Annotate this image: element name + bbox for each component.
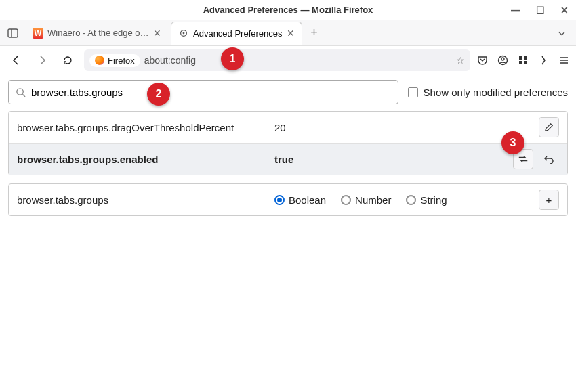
nav-toolbar: Firefox about:config ☆	[0, 46, 576, 74]
maximize-button[interactable]: ☐	[533, 5, 548, 16]
radio-icon	[274, 195, 285, 205]
preference-list: browser.tabs.groups.dragOverThresholdPer…	[8, 111, 568, 175]
firefox-badge: Firefox	[89, 54, 140, 67]
pref-value: 20	[274, 122, 532, 133]
close-button[interactable]: ✕	[557, 5, 572, 16]
search-field[interactable]	[31, 87, 391, 98]
back-button[interactable]	[7, 51, 26, 70]
close-tab-icon[interactable]: ✕	[287, 28, 295, 39]
tabs-overflow-icon[interactable]	[550, 28, 573, 38]
svg-point-5	[501, 58, 504, 60]
gear-icon	[178, 28, 189, 39]
add-button[interactable]: +	[539, 190, 559, 210]
new-pref-name: browser.tabs.groups	[17, 194, 268, 206]
minimize-button[interactable]: —	[508, 5, 523, 16]
tab-label: Advanced Preferences	[193, 28, 283, 39]
reset-button[interactable]	[539, 149, 559, 169]
toolbar-right-icons	[477, 55, 569, 66]
badge-label: Firefox	[108, 56, 135, 66]
tab-strip: W Winaero - At the edge of tw ✕ Advanced…	[0, 20, 576, 46]
forward-button[interactable]	[33, 51, 52, 70]
svg-rect-9	[524, 61, 527, 64]
pref-value: true	[274, 154, 506, 165]
radio-number[interactable]: Number	[341, 194, 391, 206]
address-bar[interactable]: Firefox about:config ☆	[84, 49, 470, 71]
window-title: Advanced Preferences — Mozilla Firefox	[203, 5, 373, 15]
overflow-icon[interactable]	[538, 55, 549, 66]
checkbox-icon[interactable]	[408, 87, 418, 97]
svg-line-11	[22, 94, 25, 97]
search-icon	[16, 87, 26, 97]
title-bar: Advanced Preferences — Mozilla Firefox —…	[0, 0, 576, 20]
tab-winaero[interactable]: W Winaero - At the edge of tw ✕	[26, 22, 168, 45]
preference-search-input[interactable]	[8, 80, 398, 104]
pref-name: browser.tabs.groups.enabled	[17, 154, 268, 165]
svg-rect-7	[524, 56, 527, 60]
pocket-icon[interactable]	[477, 55, 488, 66]
close-tab-icon[interactable]: ✕	[153, 28, 161, 39]
pencil-icon	[544, 123, 554, 132]
svg-rect-0	[8, 29, 18, 37]
svg-rect-6	[519, 56, 522, 60]
svg-rect-8	[519, 61, 522, 64]
sidebar-toggle-icon[interactable]	[3, 23, 23, 43]
preference-row[interactable]: browser.tabs.groups.enabled true	[9, 143, 567, 175]
modified-label: Show only modified preferences	[424, 87, 568, 98]
new-tab-button[interactable]: +	[305, 24, 324, 43]
show-modified-checkbox[interactable]: Show only modified preferences	[408, 87, 568, 98]
marker-1: 1	[221, 47, 244, 70]
reload-button[interactable]	[58, 51, 77, 70]
toggle-icon	[518, 154, 529, 164]
marker-3: 3	[501, 131, 524, 154]
page-content: Show only modified preferences browser.t…	[0, 74, 576, 221]
preference-row[interactable]: browser.tabs.groups.dragOverThresholdPer…	[9, 112, 567, 143]
tab-advanced-preferences[interactable]: Advanced Preferences ✕	[171, 22, 302, 45]
radio-string[interactable]: String	[406, 194, 447, 206]
radio-boolean[interactable]: Boolean	[274, 194, 326, 206]
winaero-favicon-icon: W	[33, 28, 43, 39]
extensions-icon[interactable]	[518, 55, 529, 66]
radio-icon	[406, 195, 416, 205]
tab-label: Winaero - At the edge of tw	[47, 28, 149, 38]
type-radio-group: Boolean Number String	[274, 194, 447, 206]
menu-icon[interactable]	[558, 55, 569, 66]
svg-point-10	[17, 88, 23, 94]
search-row: Show only modified preferences	[8, 80, 568, 104]
undo-icon	[543, 154, 554, 164]
account-icon[interactable]	[497, 55, 508, 66]
window-controls: — ☐ ✕	[508, 0, 572, 20]
pref-name: browser.tabs.groups.dragOverThresholdPer…	[17, 122, 268, 133]
svg-point-3	[183, 32, 185, 35]
url-text: about:config	[144, 55, 196, 66]
firefox-logo-icon	[95, 56, 104, 65]
radio-icon	[341, 195, 351, 205]
plus-icon: +	[546, 194, 552, 206]
edit-button[interactable]	[539, 117, 559, 137]
bookmark-star-icon[interactable]: ☆	[456, 55, 465, 66]
marker-2: 2	[147, 83, 170, 106]
new-preference-row: browser.tabs.groups Boolean Number Strin…	[8, 183, 568, 216]
